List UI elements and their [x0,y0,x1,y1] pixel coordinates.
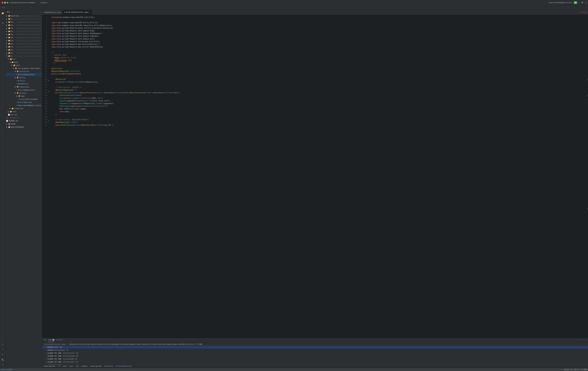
tree-item-experiment02-2[interactable]: ▶ 📁 Experiment02_2 ~/Desktop/Profession/… [6,20,42,24]
tree-label: ArticleController [18,74,35,76]
commit-icon[interactable]: ✓ [0,16,5,20]
problem-text-1: 错误标签'date':16 [47,346,62,348]
problem-item-3[interactable]: ⚠ 无法解析 MVC 视图 'article/list':34 [42,352,588,355]
code-line-36: return mav; [50,110,587,113]
tab-files[interactable]: 文件 8 [48,338,54,342]
tree-item-service-package[interactable]: ▼ 📦 service [6,91,42,95]
line-num-26: 26 [42,83,48,86]
panel-settings-icon[interactable]: ⋮ [583,339,585,341]
tree-item-experiment04-3[interactable]: ▶ 📁 Experiment04_3 ~/Desktop/Profession/… [6,36,42,39]
breadcrumb-sep-5: › [79,365,80,367]
code-content[interactable]: package com.example.experiment06.control… [50,15,587,338]
tree-item-experiment05-3[interactable]: ▶ 📁 Experiment05_3 ~/Desktop/Profession/… [6,48,42,51]
status-line-sep[interactable]: LF [570,369,572,371]
tree-item-experiment04-4[interactable]: ▶ 📁 Experiment04_4 ~/Desktop/Profession/… [6,39,42,42]
branch-selector[interactable]: ⎇ main ▾ [40,2,48,4]
info-icon[interactable]: ℹ [0,342,5,347]
expand-icon[interactable]: ▲ [586,11,587,13]
breadcrumb-com[interactable]: com [76,365,79,367]
tree-item-src[interactable]: ▼ 📁 src [6,58,42,61]
tree-item-test[interactable]: ▶ 📁 test [6,110,42,113]
tree-item-gitignore[interactable]: 🚫 .gitignore [6,116,42,119]
tree-item-experiment03sp[interactable]: ▶ 📁 Experiment03_sp ~/Desktop/Profession… [6,27,42,30]
tree-item-repository-package[interactable]: ▼ 📦 repository [6,85,42,89]
problem-item-2[interactable]: ✕ 错误标签'description':17 [42,349,588,352]
panel-close-icon[interactable]: ✕ [586,339,587,341]
minimize-button[interactable] [4,2,6,3]
tree-item-scratch[interactable]: ▶ 📋 临时文件和控制台 [6,126,42,129]
tree-item-experiment06-app[interactable]: C Experiment06Application [6,104,42,107]
tab-base-entity[interactable]: BaseEntity.java [42,10,63,15]
breadcrumb-experiment06[interactable]: experiment06 [90,365,101,367]
tab-problems[interactable]: 问题 [43,338,47,342]
project-icon[interactable]: 📁 [0,11,5,15]
tree-item-experiment02-3[interactable]: ▶ 📁 Experiment02_3 ~/Desktop/Profession/… [6,24,42,27]
tree-item-experiment05-1[interactable]: ▶ 📁 Experiment05_1 ~/Desktop/Profession/… [6,42,42,45]
tree-item-external-libs[interactable]: ▶ 📚 外部库 [6,122,42,126]
close-button[interactable] [2,2,3,3]
tree-item-main[interactable]: ▼ 📁 main [6,61,42,64]
problem-item-6[interactable]: ⚠ 无法解析 MVC 视图 'article/edit':72 [42,361,588,363]
tree-item-impl-package[interactable]: ▼ 📦 impl [6,95,42,98]
tree-item-experiment06[interactable]: ▼ 📁 Experiment06 ~/Desktop/Profession/Sp… [6,54,42,58]
structure-icon[interactable]: 🏗 [0,21,5,26]
tree-path: ~/Desktop/Profession/Spring/Sof [15,52,42,54]
tree-item-article[interactable]: C Article [6,79,42,82]
tree-item-experiment05-4[interactable]: ▶ 📁 Experiment05_4 ~/Desktop/Profession/… [6,51,42,54]
debug-icon[interactable]: 🐛 [0,357,5,362]
run-icon[interactable]: ▶ [0,352,5,357]
tree-item-experiment05-2[interactable]: ▶ 📁 Experiment05_2 ~/Desktop/Profession/… [6,45,42,48]
search-icon[interactable]: 🔍 [582,2,584,4]
code-editor[interactable]: 1 2 3 4 5 6 7 8 9 10 11 12 13 14 15 16 1… [42,15,588,338]
warning-indicator: ⚠ 7 A 1 [579,11,585,13]
tree-item-experiment04-2[interactable]: ▶ 📁 Experiment04_2 ~/Desktop/Profession/… [6,33,42,36]
code-line-2 [50,19,587,21]
problem-item-5[interactable]: ⚠ 无法解析 MVC 视图 'article/add':51 [42,358,588,361]
tree-item-pom[interactable]: 📄 pom.xml [6,113,42,116]
tab-project-checklist[interactable]: 项目错误 [56,338,63,342]
tree-item-experiment04-1[interactable]: ▶ 📁 Experiment04_1 ~/Desktop/Profession/… [6,30,42,33]
problem-item-1[interactable]: ✕ 错误标签'date':16 [42,346,588,349]
breadcrumb-controller[interactable]: controller [104,365,113,367]
tree-item-package[interactable]: ▼ 📦 com.example.experiment06 [6,67,42,70]
problem-item-7[interactable]: ⚠ 无法解析 MVC 视图 'article/show':81 [42,363,588,365]
tree-item-article-controller[interactable]: C ArticleController [6,73,42,76]
problem-item-4[interactable]: ⚠ 无法解析 MVC 视图 'article/show':43 [42,355,588,358]
breadcrumb-filename[interactable]: ArticleController [116,365,132,367]
toolbar-more[interactable]: ⋯ [6,5,9,10]
breadcrumb-example[interactable]: example [81,365,88,367]
status-position[interactable]: 80:59 [564,369,569,371]
tree-item-resources[interactable]: ▶ 📁 resources [6,107,42,110]
tree-item-article-repo[interactable]: I ArticleRepository [6,89,42,91]
settings-icon[interactable]: ⚙ [585,2,586,4]
tree-item-controller-package[interactable]: ▼ 📦 controller [6,70,42,73]
git-icon[interactable]: ⎇ [0,362,5,367]
tree-path: ~/Desktop/Profession/Spring/Sof [15,34,42,35]
tree-item-article-service[interactable]: I ArticleService [6,101,42,104]
tree-item-experiment02-1[interactable]: ▶ 📁 Experiment02_1 ~/Desktop/Profession/… [6,17,42,20]
breadcrumb-project[interactable]: Experiment06 [44,365,55,367]
tree-item-readme[interactable]: 📝 README.md [6,119,42,122]
status-project[interactable]: Experiment06 [1,369,12,371]
breadcrumb-src[interactable]: src [58,365,60,367]
toolbar-project[interactable]: 项目 [1,5,6,10]
status-encoding[interactable]: UTF-8 [574,369,579,371]
folder-icon: ▶ 📁 [6,24,10,26]
breadcrumb-main[interactable]: main [63,365,67,367]
tree-item-entity-package[interactable]: ▼ 📦 entity [6,76,42,79]
more-options-icon[interactable]: ⋯ [579,2,580,4]
tree-item-experiment01[interactable]: ▶ 📁 Experiment01 ~/Desktop/Profession/Sp… [6,14,42,17]
tab-checklist-label: 项目错误 [56,339,63,341]
maximize-button[interactable] [7,2,9,3]
terminal-icon[interactable]: ⌨ [0,347,5,352]
tree-item-article-service-impl[interactable]: C ArticleServiceImpl [6,98,42,101]
tree-item-java[interactable]: ▼ 📁 java [6,64,42,67]
status-indent[interactable]: 4 个空格 [580,369,587,371]
tree-options-icon[interactable]: ⋯ [40,11,41,13]
tab-close-icon[interactable]: ✕ [89,11,90,13]
problems-icon[interactable]: ⚠ [0,337,5,341]
run-button[interactable]: ▶ [574,1,577,4]
tree-item-base-entity[interactable]: C BaseEntity [6,82,42,85]
breadcrumb-java[interactable]: java [69,365,73,367]
tab-article-controller[interactable]: ArticleController.java ✕ [63,10,92,15]
